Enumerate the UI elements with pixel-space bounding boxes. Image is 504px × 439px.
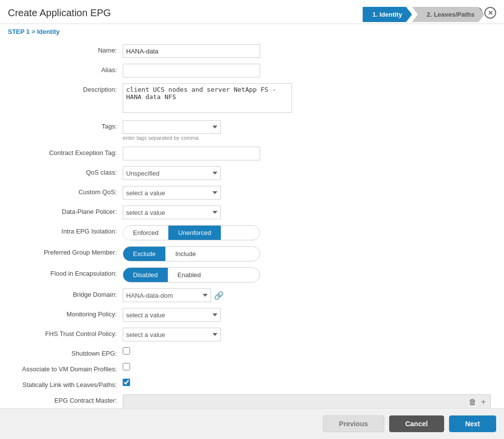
description-label: Description:	[10, 83, 123, 93]
monitoring-row: Monitoring Policy: select a value	[10, 308, 494, 322]
name-row: Name:	[10, 44, 494, 58]
custom-qos-label: Custom QoS:	[10, 186, 123, 196]
preferred-group-row: Preferred Group Member: Exclude Include	[10, 246, 494, 261]
content-area: Name: Alias: Description: client UCS nod…	[0, 39, 504, 408]
include-button[interactable]: Include	[165, 247, 206, 261]
bridge-domain-label: Bridge Domain:	[10, 288, 123, 298]
footer: Previous Cancel Next	[0, 408, 504, 439]
fhs-control: select a value	[123, 328, 260, 341]
associate-vm-control	[123, 363, 260, 372]
next-button[interactable]: Next	[449, 415, 496, 432]
shutdown-checkbox[interactable]	[123, 347, 130, 355]
bridge-domain-row: Bridge Domain: HANA-data-dom 🔗	[10, 288, 494, 302]
fhs-row: FHS Trust Control Policy: select a value	[10, 328, 494, 341]
contract-exception-label: Contract Exception Tag:	[10, 147, 123, 156]
intra-epg-control: Enforced Unenforced	[123, 225, 260, 240]
fhs-label: FHS Trust Control Policy:	[10, 328, 123, 337]
tags-select[interactable]	[123, 120, 221, 134]
alias-label: Alias:	[10, 64, 123, 74]
associate-vm-row: Associate to VM Domain Profiles:	[10, 363, 494, 373]
qos-row: QoS class: Unspecified Level1 Level2 Lev…	[10, 166, 494, 180]
close-icon[interactable]: ✕	[484, 7, 496, 19]
contract-exception-input[interactable]	[123, 147, 260, 160]
associate-vm-label: Associate to VM Domain Profiles:	[10, 363, 123, 373]
add-contract-button[interactable]: ＋	[479, 397, 487, 407]
step-identity[interactable]: 1. Identity	[363, 7, 412, 22]
dialog-title: Create Application EPG	[8, 7, 111, 19]
alias-row: Alias:	[10, 64, 494, 77]
flood-encap-toggle-group: Disabled Enabled	[123, 267, 260, 283]
description-row: Description: client UCS nodes and server…	[10, 83, 494, 114]
epg-contract-area: 🗑 ＋ Application EPGs	[123, 394, 491, 408]
tags-label: Tags:	[10, 120, 123, 130]
data-plane-label: Data-Plane Policer:	[10, 206, 123, 215]
monitoring-control: select a value	[123, 308, 260, 322]
custom-qos-row: Custom QoS: select a value	[10, 186, 494, 200]
monitoring-select[interactable]: select a value	[123, 308, 221, 322]
bridge-domain-inner: HANA-data-dom 🔗	[123, 288, 260, 302]
shutdown-control	[123, 347, 260, 356]
intra-epg-toggle-group: Enforced Unenforced	[123, 225, 260, 240]
bridge-domain-link-icon[interactable]: 🔗	[214, 291, 224, 300]
qos-label: QoS class:	[10, 166, 123, 176]
wizard-steps: 1. Identity 2. Leaves/Paths	[363, 7, 484, 22]
epg-contract-control: 🗑 ＋ Application EPGs	[123, 394, 491, 408]
custom-qos-select[interactable]: select a value	[123, 186, 221, 200]
preferred-group-toggle-group: Exclude Include	[123, 246, 260, 261]
statically-link-label: Statically Link with Leaves/Paths:	[10, 379, 123, 388]
shutdown-label: Shutdown EPG:	[10, 347, 123, 357]
qos-control: Unspecified Level1 Level2 Level3 Level4 …	[123, 166, 260, 180]
flood-encap-row: Flood in Encapsulation: Disabled Enabled	[10, 267, 494, 283]
enabled-button[interactable]: Enabled	[168, 268, 211, 282]
qos-select[interactable]: Unspecified Level1 Level2 Level3 Level4 …	[123, 166, 221, 180]
intra-epg-row: Intra EPG Isolation: Enforced Unenforced	[10, 225, 494, 240]
enforced-button[interactable]: Enforced	[123, 226, 168, 240]
step-leaves[interactable]: 2. Leaves/Paths	[412, 7, 484, 22]
data-plane-select[interactable]: select a value	[123, 206, 221, 219]
exclude-button[interactable]: Exclude	[123, 247, 165, 261]
cancel-button[interactable]: Cancel	[389, 415, 444, 432]
tags-row: Tags: enter tags separated by comma	[10, 120, 494, 141]
alias-input[interactable]	[123, 64, 260, 77]
preferred-group-label: Preferred Group Member:	[10, 246, 123, 256]
tags-control: enter tags separated by comma	[123, 120, 260, 141]
custom-qos-control: select a value	[123, 186, 260, 200]
breadcrumb: STEP 1 > Identity	[0, 24, 504, 39]
description-textarea[interactable]: client UCS nodes and server NetApp FS - …	[123, 83, 292, 113]
contract-exception-row: Contract Exception Tag:	[10, 147, 494, 160]
statically-link-control	[123, 379, 260, 387]
epg-contract-row: EPG Contract Master: 🗑 ＋ Application EPG…	[10, 394, 494, 408]
data-plane-control: select a value	[123, 206, 260, 219]
dialog-header: Create Application EPG 1. Identity 2. Le…	[0, 0, 504, 24]
monitoring-label: Monitoring Policy:	[10, 308, 123, 318]
bridge-domain-select[interactable]: HANA-data-dom	[123, 288, 211, 302]
statically-link-row: Statically Link with Leaves/Paths:	[10, 379, 494, 388]
header-icons: 1. Identity 2. Leaves/Paths ? ✕	[471, 7, 496, 19]
name-input[interactable]	[123, 44, 260, 58]
alias-control	[123, 64, 260, 77]
preferred-group-control: Exclude Include	[123, 246, 260, 261]
unenforced-button[interactable]: Unenforced	[168, 226, 221, 240]
flood-encap-label: Flood in Encapsulation:	[10, 267, 123, 277]
create-epg-dialog: Create Application EPG 1. Identity 2. Le…	[0, 0, 504, 439]
description-control: client UCS nodes and server NetApp FS - …	[123, 83, 260, 114]
bridge-domain-control: HANA-data-dom 🔗	[123, 288, 260, 302]
previous-button[interactable]: Previous	[323, 415, 384, 432]
disabled-button[interactable]: Disabled	[123, 268, 168, 282]
name-label: Name:	[10, 44, 123, 54]
shutdown-row: Shutdown EPG:	[10, 347, 494, 357]
name-control	[123, 44, 260, 58]
contract-exception-control	[123, 147, 260, 160]
data-plane-row: Data-Plane Policer: select a value	[10, 206, 494, 219]
epg-contract-label: EPG Contract Master:	[10, 394, 123, 404]
epg-contract-toolbar: 🗑 ＋	[123, 395, 490, 408]
fhs-select[interactable]: select a value	[123, 328, 221, 341]
associate-vm-checkbox[interactable]	[123, 363, 130, 370]
intra-epg-label: Intra EPG Isolation:	[10, 225, 123, 235]
tags-hint: enter tags separated by comma	[123, 135, 260, 141]
statically-link-checkbox[interactable]	[123, 379, 130, 386]
flood-encap-control: Disabled Enabled	[123, 267, 260, 283]
delete-contract-button[interactable]: 🗑	[469, 397, 477, 407]
